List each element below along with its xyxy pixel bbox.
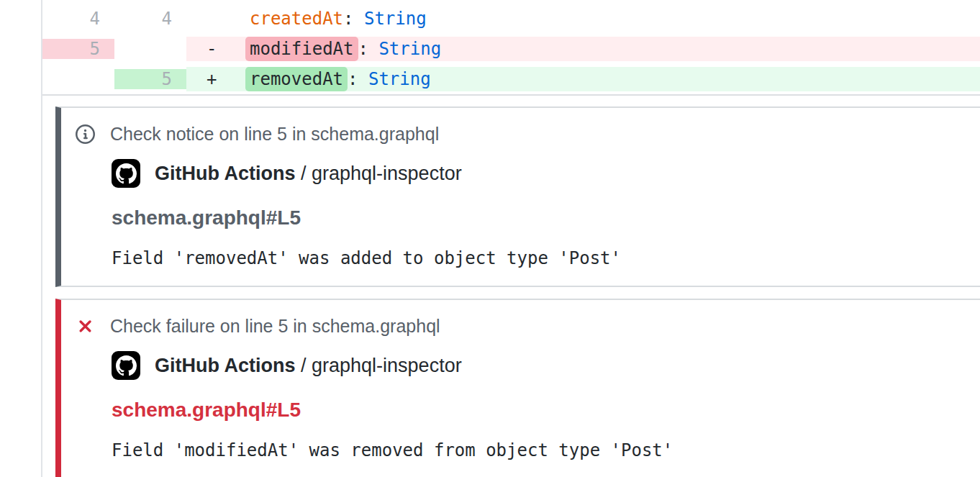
- diff-row-addition: 5 +removedAt: String: [42, 64, 980, 94]
- annotation-message: Field 'modifiedAt' was removed from obje…: [112, 440, 980, 460]
- diff-marker-plus: +: [207, 69, 250, 89]
- diff-content: 4 4 createdAt: String 5 -modifiedAt: Str…: [42, 0, 980, 477]
- check-annotations: Check notice on line 5 in schema.graphql…: [42, 106, 980, 477]
- code-line: +removedAt: String: [186, 67, 980, 91]
- old-line-number[interactable]: 4: [42, 9, 114, 29]
- annotation-file-link[interactable]: schema.graphql#L5: [112, 399, 980, 422]
- code-type-name: String: [378, 39, 441, 59]
- app-name: GitHub Actions: [155, 355, 296, 376]
- annotation-app-row: GitHub Actions / graphql-inspector: [112, 159, 980, 188]
- new-line-number[interactable]: 4: [114, 9, 186, 29]
- github-actions-logo: [112, 351, 140, 380]
- x-icon: [76, 317, 95, 336]
- workflow-name: / graphql-inspector: [301, 355, 462, 376]
- new-line-number[interactable]: 5: [114, 69, 186, 89]
- workflow-name: / graphql-inspector: [301, 163, 462, 184]
- annotation-title: Check failure on line 5 in schema.graphq…: [110, 316, 440, 337]
- info-icon: [76, 124, 95, 144]
- app-name: GitHub Actions: [155, 163, 296, 184]
- code-type-name: String: [368, 69, 431, 89]
- code-colon: :: [348, 69, 368, 89]
- deleted-word-highlight: modifiedAt: [245, 37, 358, 61]
- diff-row-deletion: 5 -modifiedAt: String: [42, 34, 980, 64]
- code-colon: :: [358, 39, 379, 59]
- annotation-body: GitHub Actions / graphql-inspector schem…: [112, 351, 980, 460]
- annotation-title-row: Check failure on line 5 in schema.graphq…: [76, 316, 980, 337]
- annotation-app-text: GitHub Actions / graphql-inspector: [155, 163, 462, 185]
- diff-left-border: [41, 0, 42, 477]
- pr-diff-view: 4 4 createdAt: String 5 -modifiedAt: Str…: [0, 0, 980, 477]
- old-line-number[interactable]: 5: [42, 39, 114, 59]
- annotation-title-row: Check notice on line 5 in schema.graphql: [76, 124, 980, 145]
- added-word-highlight: removedAt: [245, 67, 348, 91]
- annotation-message: Field 'removedAt' was added to object ty…: [112, 248, 980, 268]
- annotation-body: GitHub Actions / graphql-inspector schem…: [112, 159, 980, 268]
- annotation-card-failure: Check failure on line 5 in schema.graphq…: [55, 299, 980, 477]
- diff-table: 4 4 createdAt: String 5 -modifiedAt: Str…: [42, 0, 980, 96]
- code-line: -modifiedAt: String: [186, 37, 980, 61]
- code-colon: :: [343, 9, 364, 29]
- annotation-file-link[interactable]: schema.graphql#L5: [112, 206, 980, 230]
- annotation-card-notice: Check notice on line 5 in schema.graphql…: [55, 106, 980, 287]
- github-actions-logo: [112, 159, 140, 188]
- code-field-name: createdAt: [250, 9, 343, 29]
- annotation-app-text: GitHub Actions / graphql-inspector: [155, 355, 462, 377]
- diff-marker-minus: -: [207, 39, 250, 59]
- annotation-app-row: GitHub Actions / graphql-inspector: [112, 351, 980, 380]
- code-line: createdAt: String: [186, 9, 980, 29]
- diff-row-context: 4 4 createdAt: String: [42, 4, 980, 34]
- annotation-title: Check notice on line 5 in schema.graphql: [110, 124, 439, 145]
- code-type-name: String: [364, 9, 427, 29]
